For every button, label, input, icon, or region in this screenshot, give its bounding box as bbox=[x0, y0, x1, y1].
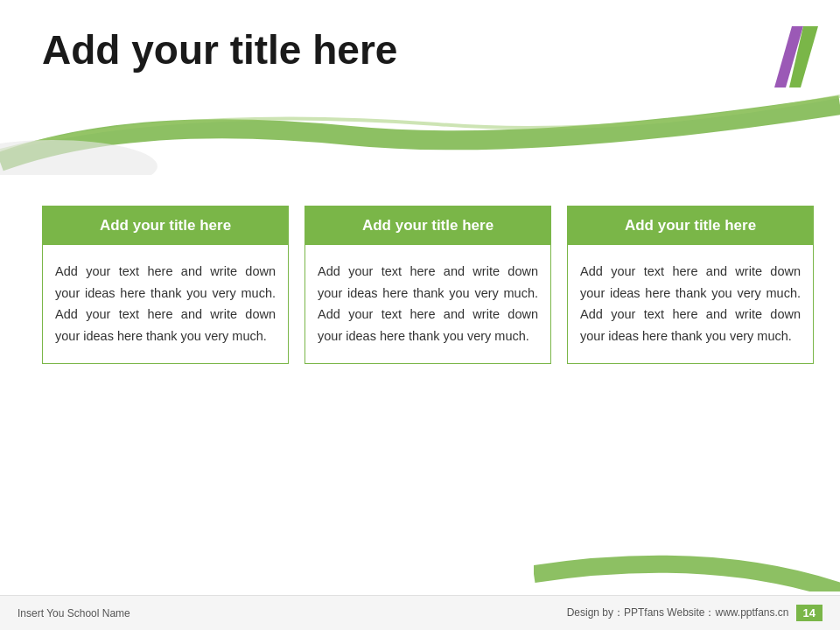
svg-point-2 bbox=[0, 140, 158, 175]
column-3-title: Add your title here bbox=[625, 217, 756, 234]
column-1-header: Add your title here bbox=[43, 206, 288, 245]
column-3-body: Add your text here and write down your i… bbox=[568, 245, 813, 363]
column-1: Add your title here Add your text here a… bbox=[42, 206, 289, 364]
swoosh-decoration bbox=[0, 88, 840, 175]
footer-school-name: Insert You School Name bbox=[18, 607, 130, 620]
column-1-title: Add your title here bbox=[100, 217, 231, 234]
column-2: Add your title here Add your text here a… bbox=[304, 206, 551, 364]
column-2-title: Add your title here bbox=[362, 217, 494, 234]
column-3: Add your title here Add your text here a… bbox=[567, 206, 814, 364]
title-section: Add your title here bbox=[42, 26, 700, 74]
column-2-header: Add your title here bbox=[305, 206, 550, 245]
main-title: Add your title here bbox=[42, 26, 700, 74]
page-number: 14 bbox=[796, 605, 822, 621]
column-2-body: Add your text here and write down your i… bbox=[305, 245, 550, 363]
footer-right: Design by：PPTfans Website：www.pptfans.cn… bbox=[567, 605, 822, 621]
footer: Insert You School Name Design by：PPTfans… bbox=[0, 595, 840, 630]
columns-area: Add your title here Add your text here a… bbox=[42, 206, 814, 364]
footer-design-credit: Design by：PPTfans Website：www.pptfans.cn bbox=[567, 606, 789, 620]
column-3-header: Add your title here bbox=[568, 206, 813, 245]
column-1-body: Add your text here and write down your i… bbox=[43, 245, 288, 363]
logo bbox=[726, 18, 822, 96]
bottom-swoosh-decoration bbox=[534, 543, 840, 595]
